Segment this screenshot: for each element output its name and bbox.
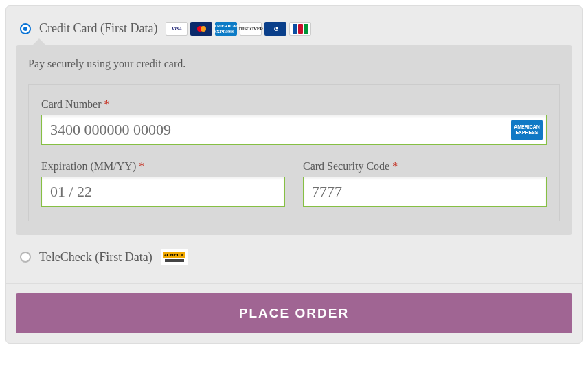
- detected-brand-amex-icon: AMERICANEXPRESS: [511, 120, 543, 140]
- cc-details-panel: Pay securely using your credit card. Car…: [16, 45, 572, 235]
- place-order-button[interactable]: PLACE ORDER: [16, 293, 572, 333]
- radio-telecheck[interactable]: [20, 252, 31, 263]
- cvv-input[interactable]: [303, 177, 547, 207]
- mastercard-icon: [190, 22, 212, 36]
- payment-option-telecheck[interactable]: TeleCheck (First Data) eCHECK: [16, 235, 572, 271]
- accepted-card-badges: VISA AMERICANEXPRESS DISCOVER ◔: [166, 22, 311, 36]
- cvv-label: Card Security Code *: [303, 160, 547, 173]
- card-number-input[interactable]: [41, 115, 547, 145]
- payment-option-credit-card[interactable]: Credit Card (First Data) VISA AMERICANEX…: [16, 19, 572, 45]
- radio-credit-card[interactable]: [20, 23, 31, 34]
- cc-fields-box: Card Number * AMERICANEXPRESS Expiration…: [28, 84, 560, 221]
- expiration-input[interactable]: [41, 177, 285, 207]
- jcb-icon: [289, 22, 311, 36]
- card-number-label: Card Number *: [41, 98, 547, 111]
- diners-icon: ◔: [264, 22, 286, 36]
- option-cc-label: Credit Card (First Data): [39, 21, 157, 36]
- visa-icon: VISA: [166, 22, 188, 36]
- discover-icon: DISCOVER: [240, 22, 262, 36]
- expiration-label: Expiration (MM/YY) *: [41, 160, 285, 173]
- amex-icon: AMERICANEXPRESS: [215, 22, 237, 36]
- option-telecheck-label: TeleCheck (First Data): [39, 250, 152, 265]
- divider: [6, 283, 582, 284]
- panel-intro-text: Pay securely using your credit card.: [28, 58, 560, 70]
- echeck-icon: eCHECK: [161, 249, 188, 265]
- payment-methods-container: Credit Card (First Data) VISA AMERICANEX…: [5, 5, 583, 344]
